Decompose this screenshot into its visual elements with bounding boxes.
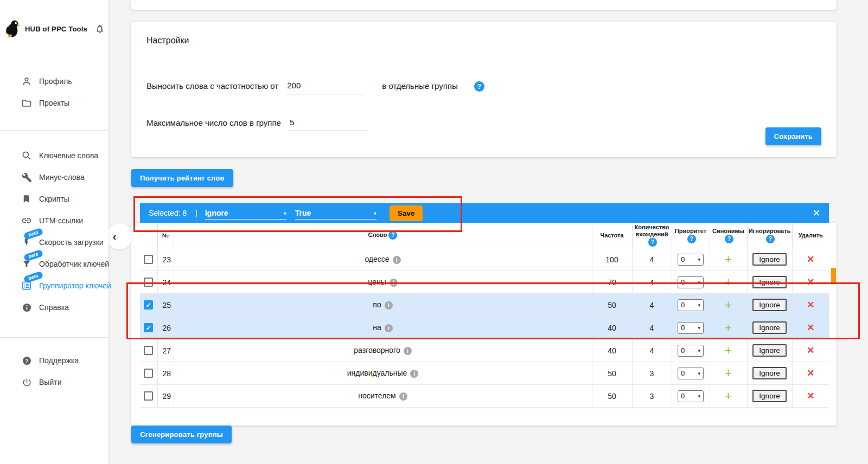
max-words-setting-label: Максимальное число слов в группе bbox=[146, 118, 281, 131]
sidebar-item-utm-links[interactable]: UTM-ссылки bbox=[0, 210, 108, 231]
priority-select[interactable]: 0▾ bbox=[678, 368, 704, 379]
settings-title: Настройки bbox=[146, 36, 189, 46]
sidebar-item-page-speed[interactable]: beta Скорость загрузки bbox=[0, 231, 108, 253]
grouping-icon: beta bbox=[21, 280, 33, 292]
ignore-button[interactable]: Ignore bbox=[752, 253, 786, 266]
chevron-down-icon: ▾ bbox=[374, 210, 376, 219]
priority-select[interactable]: 0▾ bbox=[678, 254, 704, 266]
row-checkbox[interactable] bbox=[144, 346, 153, 355]
add-synonym-button[interactable]: + bbox=[725, 253, 732, 266]
sidebar-item-label: Поддержка bbox=[39, 356, 79, 365]
help-icon[interactable]: ? bbox=[687, 235, 696, 243]
sidebar-item-keywords[interactable]: Ключевые слова bbox=[0, 145, 108, 166]
ignore-button[interactable]: Ignore bbox=[752, 367, 786, 379]
delete-icon[interactable]: ✕ bbox=[807, 254, 814, 265]
select-all-header-cell bbox=[140, 223, 157, 248]
wrench-icon bbox=[21, 171, 33, 183]
help-icon[interactable]: ? bbox=[388, 231, 397, 240]
bulk-save-button[interactable]: Save bbox=[390, 205, 423, 221]
priority-select[interactable]: 0▾ bbox=[678, 345, 704, 357]
occurrence-count: 4 bbox=[632, 271, 672, 294]
sidebar-item-support[interactable]: ? Поддержка bbox=[0, 350, 108, 371]
row-checkbox[interactable] bbox=[144, 300, 153, 310]
table-header-row: №Слово?ЧастотаКоличество вхождений?Приор… bbox=[140, 223, 829, 248]
info-icon[interactable]: i bbox=[385, 324, 393, 332]
sidebar-item-key-processor[interactable]: beta Обработчик ключей bbox=[0, 253, 108, 275]
add-synonym-button[interactable]: + bbox=[725, 389, 732, 403]
priority-value: 0 bbox=[681, 346, 685, 355]
ignore-button[interactable]: Ignore bbox=[752, 390, 786, 402]
save-settings-button[interactable]: Сохранить bbox=[765, 127, 821, 145]
sidebar-collapse-button[interactable]: ‹ bbox=[106, 223, 132, 249]
frequency-threshold-input[interactable] bbox=[286, 81, 365, 94]
info-icon[interactable]: i bbox=[399, 392, 407, 401]
add-synonym-button[interactable]: + bbox=[725, 366, 732, 380]
ignore-button[interactable]: Ignore bbox=[752, 276, 786, 288]
sidebar-item-scripts[interactable]: Скрипты bbox=[0, 188, 108, 210]
bulk-value-select[interactable]: True ▾ bbox=[295, 207, 376, 220]
app-root: HUB of PPC Tools Профиль Проекты bbox=[0, 0, 868, 464]
help-icon[interactable]: ? bbox=[474, 81, 484, 92]
sidebar-item-label: Проекты bbox=[39, 99, 69, 107]
add-synonym-button[interactable]: + bbox=[725, 275, 732, 289]
add-synonym-button[interactable]: + bbox=[725, 344, 732, 357]
row-checkbox[interactable] bbox=[144, 255, 153, 264]
generate-groups-button[interactable]: Сгенерировать группы bbox=[131, 426, 232, 443]
row-checkbox[interactable] bbox=[144, 369, 153, 378]
help-icon[interactable]: ? bbox=[648, 238, 657, 247]
svg-text:?: ? bbox=[25, 358, 28, 364]
add-synonym-button[interactable]: + bbox=[725, 321, 732, 334]
column-header: Синонимы? bbox=[710, 223, 747, 248]
sidebar-item-profile[interactable]: Профиль bbox=[0, 70, 108, 92]
close-icon[interactable]: ✕ bbox=[813, 209, 820, 218]
ignore-button[interactable]: Ignore bbox=[752, 299, 786, 311]
delete-icon[interactable]: ✕ bbox=[807, 368, 814, 378]
delete-icon[interactable]: ✕ bbox=[807, 345, 814, 356]
column-header-label: Игнорировать bbox=[749, 228, 791, 234]
link-icon bbox=[21, 215, 33, 227]
help-icon[interactable]: ? bbox=[725, 235, 733, 243]
delete-icon[interactable]: ✕ bbox=[807, 300, 814, 310]
delete-icon[interactable]: ✕ bbox=[807, 391, 814, 401]
add-synonym-button[interactable]: + bbox=[725, 298, 732, 312]
priority-select[interactable]: 0▾ bbox=[678, 390, 704, 402]
priority-select[interactable]: 0▾ bbox=[678, 276, 704, 288]
sidebar-item-projects[interactable]: Проекты bbox=[0, 92, 108, 114]
sidebar-item-reference[interactable]: Справка bbox=[0, 297, 108, 318]
toolbar-divider: | bbox=[195, 209, 197, 217]
sidebar-item-label: Справка bbox=[39, 303, 69, 312]
priority-select[interactable]: 0▾ bbox=[678, 322, 704, 334]
word-text: на bbox=[373, 323, 381, 332]
column-header-label: Слово bbox=[368, 231, 387, 238]
frequency-value: 40 bbox=[592, 317, 632, 339]
priority-select[interactable]: 0▾ bbox=[678, 299, 704, 311]
chevron-down-icon: ▾ bbox=[698, 257, 700, 262]
info-icon[interactable]: i bbox=[404, 347, 412, 355]
info-icon[interactable]: i bbox=[385, 301, 393, 310]
info-icon[interactable]: i bbox=[390, 279, 398, 287]
row-checkbox[interactable] bbox=[144, 391, 153, 401]
column-header-label: Синонимы bbox=[712, 228, 744, 234]
info-icon[interactable]: i bbox=[393, 256, 401, 264]
bulk-value-value: True bbox=[295, 209, 311, 219]
sidebar-divider bbox=[0, 130, 108, 131]
ignore-button[interactable]: Ignore bbox=[752, 344, 786, 357]
row-checkbox[interactable] bbox=[144, 323, 153, 332]
priority-value: 0 bbox=[681, 301, 685, 309]
get-word-rating-button[interactable]: Получить рейтинг слов bbox=[131, 169, 233, 187]
sidebar-item-key-grouper[interactable]: beta Группиратор ключей bbox=[0, 275, 108, 297]
max-words-input[interactable] bbox=[289, 118, 367, 131]
lightning-icon: beta bbox=[21, 236, 33, 248]
word-text: разговорного bbox=[354, 346, 400, 355]
info-icon[interactable]: i bbox=[410, 370, 418, 378]
row-checkbox[interactable] bbox=[144, 278, 153, 287]
delete-icon[interactable]: ✕ bbox=[807, 323, 814, 333]
ignore-button[interactable]: Ignore bbox=[752, 321, 786, 334]
sidebar-item-minus-words[interactable]: Минус-слова bbox=[0, 166, 108, 188]
help-icon[interactable]: ? bbox=[766, 235, 775, 243]
delete-icon[interactable]: ✕ bbox=[807, 277, 814, 287]
sidebar-item-logout[interactable]: Выйти bbox=[0, 371, 108, 393]
table-scrollbar-thumb[interactable] bbox=[831, 268, 836, 282]
bulk-action-select[interactable]: Ignore ▾ bbox=[205, 207, 286, 220]
notifications-bell-icon[interactable] bbox=[95, 23, 105, 34]
